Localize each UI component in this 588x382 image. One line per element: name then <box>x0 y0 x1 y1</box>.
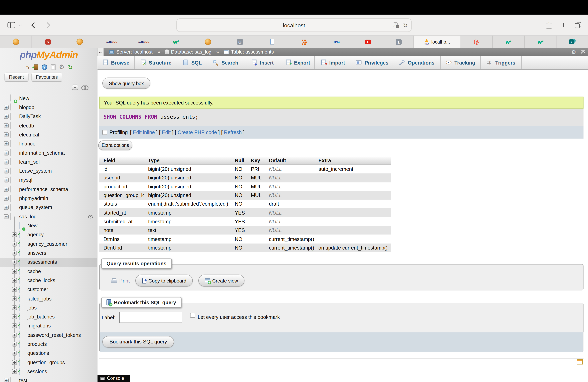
tree-item-label[interactable]: agency_customer <box>27 241 67 247</box>
browser-tab[interactable] <box>64 36 96 48</box>
browser-tab[interactable] <box>288 36 320 48</box>
new-window-icon[interactable] <box>577 359 583 364</box>
browser-tab[interactable]: SASLOG <box>128 36 160 48</box>
tab-triggers[interactable]: ⇉Triggers <box>481 56 522 69</box>
browser-tab[interactable]: ▶ <box>352 36 384 48</box>
tree-item-label[interactable]: failed_jobs <box>27 296 52 301</box>
browser-tab[interactable]: w3 <box>160 36 192 48</box>
tree-item-label[interactable]: Leave_system <box>19 168 52 174</box>
reload-icon[interactable]: ↻ <box>403 22 408 28</box>
sidebar-toggle-icon[interactable] <box>8 22 15 28</box>
tree-item-label[interactable]: New <box>19 95 29 101</box>
translate-icon[interactable] <box>393 22 399 28</box>
tree-expander-icon[interactable]: + <box>4 105 9 110</box>
new-tab-icon[interactable]: + <box>561 21 566 29</box>
tree-item-label[interactable]: blogdb <box>19 104 34 110</box>
tree-expander-icon[interactable]: + <box>4 151 9 155</box>
tab-export[interactable]: Export <box>281 56 315 69</box>
tree-item-label[interactable]: migrations <box>27 323 51 329</box>
tree-expander-icon[interactable]: + <box>12 369 17 374</box>
tree-expander-icon[interactable]: + <box>4 114 9 119</box>
tree-expander-icon[interactable]: + <box>12 260 17 265</box>
extra-options-button[interactable]: Extra options <box>98 140 132 150</box>
forward-icon[interactable] <box>45 22 50 28</box>
breadcrumb-server[interactable]: Server: localhost <box>109 49 153 55</box>
tree-item-label[interactable]: sas_log <box>19 214 37 219</box>
tree-item-label[interactable]: products <box>27 341 47 347</box>
tree-item-label[interactable]: assessments <box>27 259 57 265</box>
tree-item-label[interactable]: New <box>27 223 38 229</box>
breadcrumb-back-icon[interactable]: ← <box>98 48 104 56</box>
favourites-button[interactable]: Favourites <box>31 73 62 82</box>
tree-expander-icon[interactable]: + <box>4 205 9 210</box>
console-bar[interactable]: Console <box>98 375 130 382</box>
tree-expander-icon[interactable]: + <box>12 324 17 328</box>
breadcrumb-table[interactable]: Table: assessments <box>224 49 274 55</box>
profiling-checkbox[interactable] <box>102 130 107 135</box>
tab-sql[interactable]: SQL <box>177 56 207 69</box>
tree-item-label[interactable]: phpmyadmin <box>19 196 48 201</box>
tree-expander-icon[interactable]: − <box>4 214 9 219</box>
show-query-box-button[interactable]: Show query box <box>102 77 150 89</box>
documentation-icon[interactable] <box>50 64 56 71</box>
address-bar[interactable]: localhost ↻ <box>176 18 412 32</box>
browser-tab[interactable]: w3 <box>493 36 525 48</box>
share-icon[interactable] <box>546 22 552 29</box>
tree-item-label[interactable]: learn_sql <box>19 159 40 165</box>
tree-expander-icon[interactable]: + <box>4 141 9 146</box>
tree-item-label[interactable]: sessions <box>27 369 47 374</box>
tree-expander-icon[interactable]: + <box>12 269 17 273</box>
browser-tab[interactable] <box>256 36 288 48</box>
bookmark-label-input[interactable] <box>119 312 182 323</box>
tree-expander-icon[interactable]: + <box>4 169 9 173</box>
collapse-all-icon[interactable]: – <box>72 85 78 90</box>
tree-item-label[interactable]: customer <box>27 287 48 292</box>
tree-item-label[interactable]: job_batches <box>27 314 55 320</box>
tree-item-label[interactable]: answers <box>27 250 46 256</box>
tree-expander-icon[interactable]: + <box>4 132 9 137</box>
chevron-down-icon[interactable] <box>19 23 22 27</box>
tree-item-label[interactable]: agency <box>27 232 44 238</box>
tree-item-label[interactable]: information_schema <box>19 150 65 156</box>
tree-item-label[interactable]: questions <box>27 350 49 356</box>
browser-tab[interactable]: w3 <box>525 36 557 48</box>
tree-item-label[interactable]: queue_system <box>19 205 52 210</box>
tree-expander-icon[interactable]: + <box>12 296 17 301</box>
tree-item-label[interactable]: cache <box>27 268 41 274</box>
tree-expander-icon[interactable]: + <box>12 242 17 246</box>
link-databases-icon[interactable] <box>81 86 87 89</box>
browser-tab[interactable]: G <box>224 36 256 48</box>
profiling-link-edit-inline[interactable]: Edit inline <box>133 130 155 135</box>
tree-item-label[interactable]: jobs <box>27 305 37 310</box>
tree-expander-icon[interactable]: + <box>12 314 17 319</box>
tree-item-label[interactable]: finance <box>19 141 36 146</box>
recent-button[interactable]: Recent <box>5 73 28 82</box>
bookmark-access-checkbox[interactable] <box>190 313 195 318</box>
page-settings-icon[interactable]: ⚙ <box>571 49 576 55</box>
tree-expander-icon[interactable]: + <box>12 250 17 255</box>
tree-expander-icon[interactable]: + <box>12 360 17 365</box>
tree-item-label[interactable]: DailyTask <box>19 114 41 119</box>
tree-item-label[interactable]: cache_locks <box>27 278 55 283</box>
tree-item-label[interactable]: electrical <box>19 132 39 137</box>
tab-insert[interactable]: Insert <box>244 56 281 69</box>
tab-import[interactable]: Import <box>315 56 351 69</box>
tree-expander-icon[interactable]: + <box>4 196 9 201</box>
tree-expander-icon[interactable]: + <box>12 305 17 310</box>
scroll-top-icon[interactable] <box>581 50 585 54</box>
profiling-link-refresh[interactable]: Refresh <box>224 130 242 135</box>
copy-to-clipboard-button[interactable]: Copy to clipboard <box>135 274 193 286</box>
tab-operations[interactable]: Operations <box>393 56 441 69</box>
exit-door-icon[interactable] <box>32 64 39 71</box>
tree-expander-icon[interactable]: + <box>12 333 17 337</box>
tree-item-label[interactable]: password_reset_tokens <box>27 332 81 338</box>
back-icon[interactable] <box>31 22 37 28</box>
browser-tab[interactable] <box>192 36 224 48</box>
refresh-icon[interactable]: ↻ <box>67 64 74 71</box>
tab-tracking[interactable]: Tracking <box>441 56 481 69</box>
profiling-link-create-php-code[interactable]: Create PHP code <box>178 130 217 135</box>
eye-icon[interactable] <box>88 215 93 218</box>
browser-tab[interactable] <box>461 36 493 48</box>
browser-tab[interactable] <box>557 36 588 48</box>
tab-structure[interactable]: Structure <box>135 56 177 69</box>
